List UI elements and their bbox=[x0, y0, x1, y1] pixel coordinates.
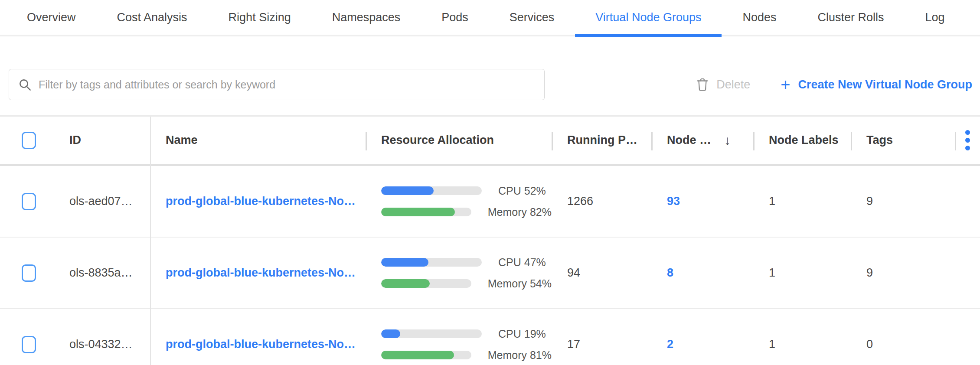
running-pods-value: 94 bbox=[552, 266, 651, 280]
running-pods-value: 17 bbox=[552, 338, 651, 351]
tab-overview[interactable]: Overview bbox=[16, 0, 86, 36]
resource-allocation-cell: CPU 47% Memory 54% bbox=[366, 256, 552, 290]
table-header-row: ID Name Resource Allocation Running P… N… bbox=[0, 117, 980, 166]
cpu-label: CPU 47% bbox=[498, 256, 546, 269]
column-header-resource-allocation[interactable]: Resource Allocation bbox=[366, 117, 552, 164]
toolbar-actions: Delete + Create New Virtual Node Group bbox=[696, 76, 976, 93]
plus-icon: + bbox=[781, 76, 790, 93]
column-header-nodes-label: Node … bbox=[667, 134, 711, 147]
cpu-label: CPU 52% bbox=[498, 185, 546, 197]
row-id: ols-04332… bbox=[52, 338, 150, 351]
table-row: ols-04332… prod-global-blue-kubernetes-N… bbox=[0, 309, 980, 365]
select-all-checkbox[interactable] bbox=[22, 132, 36, 149]
tab-cost-analysis[interactable]: Cost Analysis bbox=[107, 0, 198, 36]
row-name-link[interactable]: prod-global-blue-kubernetes-No… bbox=[166, 338, 356, 351]
row-id: ols-aed07… bbox=[52, 195, 150, 208]
memory-bar bbox=[381, 208, 471, 216]
tab-services[interactable]: Services bbox=[499, 0, 565, 36]
create-vng-button[interactable]: + Create New Virtual Node Group bbox=[781, 76, 972, 93]
create-vng-button-label: Create New Virtual Node Group bbox=[798, 78, 972, 91]
resource-allocation-cell: CPU 52% Memory 82% bbox=[366, 185, 552, 218]
tab-bar: Overview Cost Analysis Right Sizing Name… bbox=[0, 0, 980, 36]
memory-label: Memory 54% bbox=[488, 277, 552, 290]
row-checkbox[interactable] bbox=[22, 193, 36, 210]
column-header-node-labels[interactable]: Node Labels bbox=[753, 117, 851, 164]
column-menu-icon[interactable] bbox=[965, 130, 970, 150]
search-input[interactable] bbox=[39, 78, 536, 91]
column-header-nodes[interactable]: Node … ↓ bbox=[651, 117, 753, 164]
tab-log[interactable]: Log bbox=[915, 0, 955, 36]
row-id: ols-8835a… bbox=[52, 266, 150, 280]
column-header-id[interactable]: ID bbox=[52, 117, 150, 164]
tab-cluster-rolls[interactable]: Cluster Rolls bbox=[807, 0, 895, 36]
nodes-count-link[interactable]: 2 bbox=[667, 338, 673, 351]
search-icon bbox=[18, 78, 32, 91]
table-row: ols-aed07… prod-global-blue-kubernetes-N… bbox=[0, 166, 980, 238]
memory-bar bbox=[381, 279, 471, 288]
cpu-bar bbox=[381, 329, 482, 338]
column-header-running-pods[interactable]: Running P… bbox=[552, 117, 651, 164]
delete-button[interactable]: Delete bbox=[696, 77, 750, 92]
resource-allocation-cell: CPU 19% Memory 81% bbox=[366, 328, 552, 362]
sort-desc-icon[interactable]: ↓ bbox=[724, 133, 731, 148]
tab-pods[interactable]: Pods bbox=[431, 0, 479, 36]
cpu-label: CPU 19% bbox=[498, 328, 546, 340]
nodes-count-link[interactable]: 8 bbox=[667, 266, 673, 279]
memory-label: Memory 82% bbox=[488, 206, 552, 218]
node-labels-value: 1 bbox=[753, 195, 851, 208]
tags-value: 9 bbox=[851, 266, 955, 280]
row-checkbox[interactable] bbox=[22, 264, 36, 282]
column-menu-cell bbox=[955, 117, 980, 164]
node-labels-value: 1 bbox=[753, 266, 851, 280]
tab-virtual-node-groups[interactable]: Virtual Node Groups bbox=[585, 0, 712, 36]
column-header-name[interactable]: Name bbox=[150, 117, 366, 164]
cpu-bar bbox=[381, 258, 482, 267]
running-pods-value: 1266 bbox=[552, 195, 651, 208]
row-name-link[interactable]: prod-global-blue-kubernetes-No… bbox=[166, 266, 356, 279]
cpu-bar bbox=[381, 186, 482, 195]
column-header-tags[interactable]: Tags bbox=[851, 117, 955, 164]
memory-label: Memory 81% bbox=[488, 349, 552, 362]
row-name-link[interactable]: prod-global-blue-kubernetes-No… bbox=[166, 195, 356, 208]
filter-search-box[interactable] bbox=[9, 69, 545, 100]
select-all-cell bbox=[0, 117, 52, 164]
tab-namespaces[interactable]: Namespaces bbox=[322, 0, 411, 36]
toolbar: Delete + Create New Virtual Node Group bbox=[0, 69, 980, 100]
delete-button-label: Delete bbox=[716, 78, 750, 91]
trash-icon bbox=[696, 77, 709, 92]
table-row: ols-8835a… prod-global-blue-kubernetes-N… bbox=[0, 238, 980, 309]
node-labels-value: 1 bbox=[753, 338, 851, 351]
row-checkbox[interactable] bbox=[22, 336, 36, 353]
tags-value: 0 bbox=[851, 338, 955, 351]
tab-right-sizing[interactable]: Right Sizing bbox=[218, 0, 301, 36]
vng-table: ID Name Resource Allocation Running P… N… bbox=[0, 115, 980, 365]
memory-bar bbox=[381, 351, 471, 359]
nodes-count-link[interactable]: 93 bbox=[667, 195, 680, 208]
tab-nodes[interactable]: Nodes bbox=[732, 0, 787, 36]
tags-value: 9 bbox=[851, 195, 955, 208]
